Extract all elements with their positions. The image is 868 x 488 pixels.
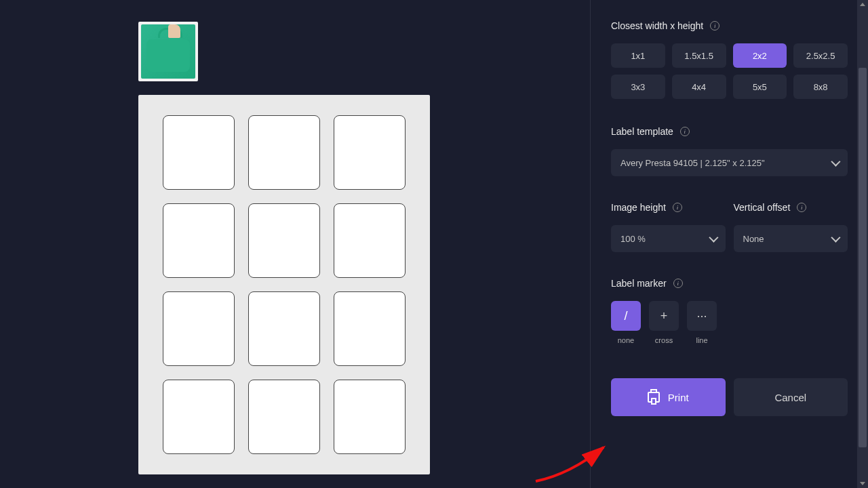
- template-value: Avery Presta 94105 | 2.125" x 2.125": [620, 158, 765, 168]
- info-icon[interactable]: i: [680, 127, 690, 136]
- marker-item-cross: +cross: [649, 301, 679, 344]
- vertical-offset-text: Vertical offset: [734, 202, 791, 213]
- label-cell: [163, 380, 235, 454]
- template-select[interactable]: Avery Presta 94105 | 2.125" x 2.125": [611, 149, 848, 176]
- scroll-up-icon: [860, 3, 865, 6]
- marker-section-label: Label marker i: [611, 278, 848, 289]
- settings-panel: Closest width x height i 1x11.5x1.52x22.…: [590, 0, 868, 488]
- size-option-1x1[interactable]: 1x1: [611, 43, 665, 68]
- info-icon[interactable]: i: [673, 279, 683, 288]
- image-height-value: 100 %: [620, 234, 646, 244]
- label-cell: [334, 203, 406, 278]
- info-icon[interactable]: i: [797, 203, 806, 212]
- marker-label-text: Label marker: [611, 278, 667, 289]
- size-option-2x2[interactable]: 2x2: [733, 43, 787, 68]
- marker-label-cross: cross: [649, 336, 679, 344]
- size-option-8x8[interactable]: 8x8: [793, 75, 848, 99]
- label-cell: [248, 380, 320, 454]
- print-icon: [648, 392, 660, 403]
- label-sheet-preview: [138, 95, 430, 474]
- scroll-down-icon: [860, 482, 865, 485]
- size-option-1_5x1_5[interactable]: 1.5x1.5: [672, 43, 726, 68]
- label-cell: [163, 115, 235, 190]
- print-label: Print: [668, 392, 689, 403]
- template-label-text: Label template: [611, 126, 673, 137]
- marker-button-cross[interactable]: +: [649, 301, 679, 331]
- marker-button-none[interactable]: /: [611, 301, 641, 331]
- print-button[interactable]: Print: [611, 378, 726, 416]
- label-cell: [163, 291, 235, 366]
- marker-item-none: /none: [611, 301, 641, 344]
- size-option-3x3[interactable]: 3x3: [611, 75, 665, 99]
- size-section-label: Closest width x height i: [611, 20, 848, 31]
- image-height-label: Image height i: [611, 202, 726, 213]
- vertical-offset-value: None: [743, 234, 764, 244]
- action-row: Print Cancel: [611, 378, 848, 416]
- size-grid: 1x11.5x1.52x22.5x2.53x34x45x58x8: [611, 43, 848, 99]
- image-height-select[interactable]: 100 %: [611, 225, 726, 252]
- chevron-down-icon: [831, 157, 840, 167]
- product-image: [141, 24, 195, 79]
- label-cell: [163, 203, 235, 278]
- label-cell: [334, 115, 406, 190]
- marker-label-none: none: [611, 336, 641, 344]
- preview-area: [0, 0, 590, 488]
- marker-item-line: ···line: [687, 301, 717, 344]
- scrollbar-thumb[interactable]: [859, 68, 867, 447]
- product-thumbnail[interactable]: [138, 22, 198, 81]
- scrollbar[interactable]: [857, 0, 868, 488]
- size-option-2_5x2_5[interactable]: 2.5x2.5: [793, 43, 848, 68]
- vertical-offset-label: Vertical offset i: [734, 202, 848, 213]
- size-option-5x5[interactable]: 5x5: [733, 75, 787, 99]
- marker-label-line: line: [687, 336, 717, 344]
- info-icon[interactable]: i: [673, 203, 682, 212]
- size-option-4x4[interactable]: 4x4: [672, 75, 726, 99]
- label-cell: [248, 203, 320, 278]
- cancel-button[interactable]: Cancel: [734, 378, 848, 416]
- label-cell: [248, 115, 320, 190]
- image-height-text: Image height: [611, 202, 666, 213]
- cancel-label: Cancel: [774, 392, 806, 403]
- size-label-text: Closest width x height: [611, 20, 703, 31]
- info-icon[interactable]: i: [710, 21, 719, 30]
- chevron-down-icon: [709, 233, 718, 243]
- template-section-label: Label template i: [611, 126, 848, 137]
- label-cell: [334, 291, 406, 366]
- marker-button-line[interactable]: ···: [687, 301, 717, 331]
- chevron-down-icon: [831, 233, 840, 243]
- vertical-offset-select[interactable]: None: [734, 225, 848, 252]
- label-cell: [334, 380, 406, 454]
- marker-row: /none+cross···line: [611, 301, 848, 344]
- label-cell: [248, 291, 320, 366]
